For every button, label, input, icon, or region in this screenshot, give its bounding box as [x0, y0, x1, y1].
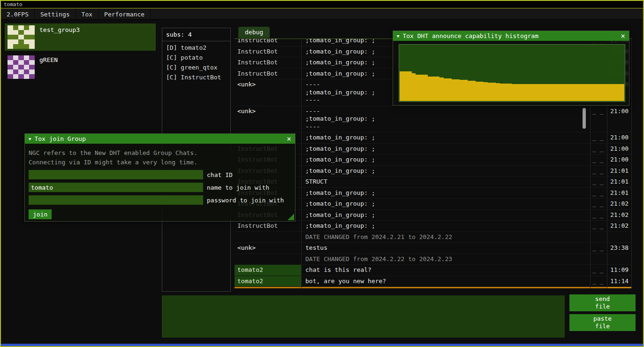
join-button[interactable]: join: [29, 209, 52, 219]
menu-item-tox[interactable]: Tox: [76, 9, 98, 19]
member-item[interactable]: [C] InstructBot: [162, 72, 230, 82]
histogram-bar: [484, 82, 488, 101]
histogram-window-titlebar[interactable]: ▼ Tox DHT announce capability histogram …: [393, 31, 629, 41]
join-field-row: name to join with: [29, 183, 291, 192]
histogram-bar: [456, 79, 460, 101]
menu-item-performance[interactable]: Performance: [98, 9, 151, 19]
member-item[interactable]: [D] tomato2: [162, 43, 230, 53]
histogram-bar: [532, 84, 536, 101]
chat-time: 21:02: [607, 199, 631, 209]
chat-time: 21:01: [607, 166, 631, 177]
sidebar-group-test_group3[interactable]: test_group3: [5, 23, 156, 51]
chat-row[interactable]: DATE CHANGED from 2024.2.21 to 2024.2.22: [235, 232, 631, 243]
chat-row[interactable]: tomato2chat is this real?_ _11:09: [235, 265, 631, 276]
chat-flags: _ _: [590, 199, 607, 209]
chat-time: 21:01: [607, 188, 631, 199]
chat-flags: _ _: [590, 166, 607, 177]
histogram-bar: [600, 84, 604, 101]
histogram-bar: [424, 75, 428, 101]
chat-flags: _ _: [590, 210, 607, 221]
group-avatar-icon: [8, 25, 35, 49]
histogram-window-body: [393, 41, 629, 105]
chat-message: ;tomato_in_group: ;: [301, 221, 590, 231]
chat-message: DATE CHANGED from 2024.2.22 to 2024.2.23: [301, 254, 590, 265]
histogram-bar: [460, 80, 464, 101]
join-input-chat-id[interactable]: [29, 170, 203, 179]
chat-scrollbar[interactable]: [583, 108, 586, 129]
close-icon[interactable]: ×: [287, 135, 291, 143]
chat-row[interactable]: InstructBotNo, I've been in this group f…: [235, 287, 631, 288]
paste-file-button[interactable]: paste file: [569, 314, 636, 331]
tab-debug[interactable]: debug: [238, 27, 270, 38]
chat-message: bot, are you new here?: [301, 276, 590, 287]
sidebar-group-gREEN[interactable]: gREEN: [5, 54, 156, 81]
chat-flags: _ _: [590, 106, 607, 132]
histogram-bar: [576, 84, 580, 101]
close-icon[interactable]: ×: [621, 32, 625, 40]
chat-message: ;tomato_in_group: ;: [301, 132, 590, 143]
menu-items: SettingsToxPerformance: [35, 9, 151, 19]
menu-item-settings[interactable]: Settings: [35, 9, 76, 19]
join-fields: chat IDname to join withpassword to join…: [29, 170, 291, 205]
join-field-row: password to join with: [29, 195, 291, 205]
histogram-bar: [464, 80, 468, 101]
chat-flags: d: [590, 287, 607, 288]
chat-message: ;tomato_in_group: ;: [301, 154, 590, 165]
chat-time: 11:15: [607, 287, 631, 288]
member-item[interactable]: [C] potato: [162, 53, 230, 62]
chat-sender: InstructBot: [235, 69, 301, 79]
histogram-bar: [512, 84, 516, 101]
separator: [162, 41, 230, 41]
member-item[interactable]: [C] green_qtox: [162, 62, 230, 72]
send-file-button[interactable]: send file: [569, 294, 636, 311]
chat-flags: _ _: [590, 265, 607, 276]
resize-grip[interactable]: [288, 214, 294, 220]
chat-row[interactable]: <unk>testus_ _23:38: [235, 243, 631, 254]
chat-sender: tomato2: [235, 276, 301, 287]
histogram-bar: [428, 77, 432, 101]
group-name: test_group3: [39, 26, 80, 33]
histogram-bar: [476, 82, 480, 101]
histogram-bar: [448, 78, 452, 101]
histogram-window-title: Tox DHT announce capability histogram: [402, 32, 617, 39]
histogram-plot: [399, 44, 625, 102]
chat-message: ;tomato_in_group: ;: [301, 166, 590, 177]
chat-sender: [235, 232, 301, 243]
chat-flags: _ _: [590, 154, 607, 165]
subs-header: subs: 4: [162, 28, 230, 40]
histogram-bar: [439, 77, 444, 101]
histogram-bar: [584, 84, 588, 101]
histogram-bar: [548, 84, 552, 101]
histogram-bar: [568, 84, 572, 101]
histogram-bar: [488, 83, 492, 101]
menu-bar: 2.0FPS SettingsToxPerformance: [1, 9, 643, 20]
chat-sender: [235, 254, 301, 265]
collapse-arrow-icon[interactable]: ▼: [397, 34, 399, 39]
join-input-password[interactable]: [29, 195, 203, 205]
chat-time: 21:02: [607, 210, 631, 221]
window-title: tomato: [4, 1, 23, 8]
histogram-bar: [444, 78, 448, 101]
fps-counter: 2.0FPS: [1, 9, 35, 19]
histogram-bar: [592, 84, 596, 101]
collapse-arrow-icon[interactable]: ▼: [29, 137, 31, 141]
histogram-bar: [580, 84, 584, 101]
histogram-bar: [492, 83, 496, 101]
chat-sender: <unk>: [235, 106, 301, 132]
chat-row[interactable]: DATE CHANGED from 2024.2.22 to 2024.2.23: [235, 254, 631, 265]
chat-row[interactable]: InstructBot;tomato_in_group: ;_ _21:02: [235, 221, 631, 232]
chat-time: 21:00: [607, 144, 631, 154]
window-titlebar: tomato: [1, 1, 643, 8]
histogram-bar: [432, 77, 436, 101]
chat-row[interactable]: tomato2bot, are you new here?_ _11:14: [235, 276, 631, 287]
join-window-titlebar[interactable]: ▼ Tox join Group ×: [25, 134, 295, 144]
join-window-body: NGC refers to the New DHT enabled Group …: [25, 144, 295, 221]
histogram-bar: [516, 84, 520, 101]
join-input-name[interactable]: [29, 183, 203, 192]
chat-time: 11:09: [607, 265, 631, 276]
chat-message: ;tomato_in_group: ;: [301, 210, 590, 221]
message-input[interactable]: [162, 295, 565, 338]
histogram-bar: [560, 84, 564, 101]
chat-row[interactable]: <unk>---- ;tomato_in_group: ; ----_ _21:…: [235, 106, 631, 133]
chat-time: 21:00: [607, 132, 631, 143]
